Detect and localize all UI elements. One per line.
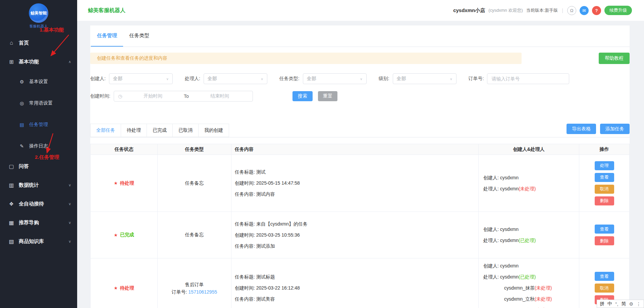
star-icon: ★ xyxy=(114,233,118,238)
ime-more-icon[interactable]: ⋮ xyxy=(636,301,641,307)
content-card: 任务管理 任务类型 创建任务和查看任务的进度和内容 帮助教程 创建人: 全部 ∨ xyxy=(90,25,630,308)
view-button[interactable]: 查看 xyxy=(595,225,614,234)
table-actions: 导出表格 添加任务 xyxy=(567,124,630,137)
task-type-filter: 任务类型: 全部 ∨ xyxy=(279,73,367,84)
store-name: cysdxmn小店 xyxy=(453,7,485,14)
delete-button[interactable]: 删除 xyxy=(595,236,614,245)
message-icon[interactable]: ✉ xyxy=(580,6,589,15)
create-time-label: 创建时间: xyxy=(90,93,110,99)
home-icon: ⌂ xyxy=(8,40,15,46)
status-badge: 已完成 xyxy=(120,232,134,238)
view-button[interactable]: 查看 xyxy=(595,173,614,182)
main-area: 鲸美客服机器人 cysdxmn小店 (cysdxmn 欢迎您) 当前版本:新手版… xyxy=(77,0,644,308)
search-button[interactable]: 搜索 xyxy=(292,91,313,101)
add-task-button[interactable]: 添加任务 xyxy=(600,124,630,134)
page-title: 鲸美客服机器人 xyxy=(88,7,125,14)
chevron-down-icon: ∨ xyxy=(68,202,71,206)
date-range-picker[interactable]: ◷ 开始时间 To 结束时间 xyxy=(114,91,253,102)
level-label: 级别: xyxy=(379,76,389,82)
info-banner: 创建任务和查看任务的进度和内容 xyxy=(90,53,522,64)
handler-filter: 处理人: 全部 ∨ xyxy=(185,73,267,84)
table-row: ★ 待处理 售后订单 订单号: 15710612955 任务标题: 测试标题 创… xyxy=(91,258,630,308)
delete-button[interactable]: 删除 xyxy=(595,196,614,205)
view-button[interactable]: 查看 xyxy=(595,272,614,281)
sidebar-item-product-knowledge[interactable]: ▧ 商品知识库 ∨ xyxy=(0,232,77,251)
sidebar-item-home[interactable]: ⌂ 首页 xyxy=(0,34,77,52)
headset-icon[interactable]: Ω xyxy=(567,6,576,15)
sidebar-subitem-common-phrases[interactable]: ◎ 常用语设置 xyxy=(0,93,77,114)
ime-pinyin[interactable]: 拼 xyxy=(600,301,604,307)
annotation-basic-functions: 1.基本功能 xyxy=(40,27,64,33)
col-actions: 操作 xyxy=(579,144,630,155)
comment-icon: ◎ xyxy=(19,101,25,106)
creator-select[interactable]: 全部 ∨ xyxy=(109,73,173,84)
logo-title: 鲸美智能 xyxy=(31,10,47,16)
help-tutorial-button[interactable]: 帮助教程 xyxy=(599,53,630,64)
gear-icon: ⚙ xyxy=(19,79,25,84)
export-table-button[interactable]: 导出表格 xyxy=(567,124,596,134)
annotation-task-management: 2.任务管理 xyxy=(35,154,59,161)
ime-settings-icon[interactable]: ⚙ xyxy=(629,301,633,307)
ime-language-toggle[interactable]: 中 xyxy=(607,301,612,307)
handle-button[interactable]: 处理 xyxy=(595,161,614,170)
sidebar-item-statistics[interactable]: ▥ 数据统计 ∨ xyxy=(0,176,77,194)
sidebar-item-label: 首页 xyxy=(19,40,29,46)
header-right: cysdxmn小店 (cysdxmn 欢迎您) 当前版本:新手版 | Ω ✉ ?… xyxy=(453,6,632,15)
sidebar-item-label: 推荐导购 xyxy=(19,220,39,226)
actions-cell: 查看 删除 xyxy=(579,212,630,258)
creator-label: 创建人: xyxy=(90,76,106,82)
chevron-down-icon: ∨ xyxy=(68,239,71,244)
order-filter: 订单号: xyxy=(469,73,570,84)
tab-completed[interactable]: 已完成 xyxy=(147,124,173,137)
sidebar-item-auto-reception[interactable]: ❖ 全自动接待 ∨ xyxy=(0,194,77,213)
help-icon[interactable]: ? xyxy=(592,6,601,15)
task-content-cell: 任务标题: 来自【cysdxmn】的任务 创建时间: 2025-03-25 10… xyxy=(231,212,479,258)
reset-button[interactable]: 重置 xyxy=(318,91,337,101)
task-type-cell: 售后订单 订单号: 15710612955 xyxy=(158,258,231,308)
people-cell: 创建人: cysdxmn 处理人: cysdxmn(已处理) xyxy=(479,212,579,258)
level-select[interactable]: 全部 ∨ xyxy=(393,73,457,84)
task-content-cell: 任务标题: 测试 创建时间: 2025-05-15 14:47:58 任务内容:… xyxy=(231,155,479,212)
order-label: 订单号: xyxy=(469,76,484,82)
tab-task-type[interactable]: 任务类型 xyxy=(123,25,155,47)
banner-row: 创建任务和查看任务的进度和内容 帮助教程 xyxy=(90,53,630,64)
chevron-down-icon: ∨ xyxy=(68,183,71,187)
handler-label: 处理人: xyxy=(185,76,200,82)
task-status-tabs: 全部任务 待处理 已完成 已取消 我的创建 xyxy=(90,124,229,137)
sidebar-item-label: 基本功能 xyxy=(19,59,39,65)
cancel-button[interactable]: 取消 xyxy=(595,284,614,293)
tab-task-management[interactable]: 任务管理 xyxy=(91,25,123,47)
ime-punctuation[interactable]: °, xyxy=(615,301,619,307)
chevron-down-icon: ∨ xyxy=(166,77,169,81)
chevron-down-icon: ∨ xyxy=(261,77,263,81)
page-tabs: 任务管理 任务类型 xyxy=(90,25,630,47)
tab-pending[interactable]: 待处理 xyxy=(121,124,147,137)
task-type-cell: 任务备忘 xyxy=(158,155,231,212)
order-number-input[interactable] xyxy=(487,73,569,84)
sidebar-item-shopping-guide[interactable]: ▦ 推荐导购 ∨ xyxy=(0,213,77,232)
to-label: To xyxy=(184,94,189,99)
tab-cancelled[interactable]: 已取消 xyxy=(172,124,199,137)
book-icon: ▧ xyxy=(8,238,15,245)
ime-toolbar[interactable]: 拼 中 °, 简 ⚙ ⋮ xyxy=(597,300,644,308)
people-cell: 创建人: cysdxmn 处理人: cysdxmn(已处理) cysdxmn_抹… xyxy=(479,258,579,308)
handler-select[interactable]: 全部 ∨ xyxy=(204,73,267,84)
content-area: 任务管理 任务类型 创建任务和查看任务的进度和内容 帮助教程 创建人: 全部 ∨ xyxy=(77,21,644,308)
ime-simplified-toggle[interactable]: 简 xyxy=(621,301,626,307)
order-number-link[interactable]: 15710612955 xyxy=(189,289,217,295)
sidebar-subitem-basic-settings[interactable]: ⚙ 基本设置 xyxy=(0,71,77,93)
sidebar-item-label: 常用语设置 xyxy=(29,100,53,106)
sidebar-item-basic-functions[interactable]: ⊞ 基本功能 ∧ xyxy=(0,52,77,71)
task-type-select[interactable]: 全部 ∨ xyxy=(303,73,367,84)
renew-upgrade-button[interactable]: 续费升级 xyxy=(604,6,632,15)
tab-all-tasks[interactable]: 全部任务 xyxy=(90,124,121,137)
sidebar-subitem-task-management[interactable]: ▤ 任务管理 xyxy=(0,114,77,135)
actions-cell: 处理 查看 取消 删除 xyxy=(579,155,630,212)
chevron-down-icon: ∨ xyxy=(450,77,452,81)
creator-filter: 创建人: 全部 ∨ xyxy=(90,73,173,84)
sidebar-item-label: 基本设置 xyxy=(29,79,48,85)
sidebar-subitem-operation-logs[interactable]: ✎ 操作日志 xyxy=(0,135,77,157)
star-icon: ★ xyxy=(114,181,118,186)
cancel-button[interactable]: 取消 xyxy=(595,185,614,194)
tab-my-created[interactable]: 我的创建 xyxy=(198,124,229,137)
